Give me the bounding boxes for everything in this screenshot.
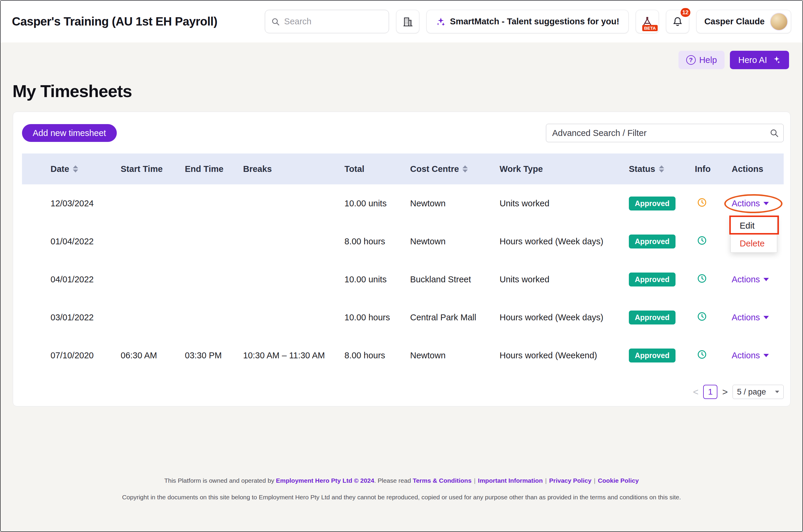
sort-icon[interactable] <box>659 165 664 172</box>
sparkle-icon <box>436 17 445 26</box>
table-row: 01/04/2022 8.00 hours Newtown Hours work… <box>22 222 784 260</box>
add-new-timesheet-button[interactable]: Add new timesheet <box>22 124 117 142</box>
footer-text: . Please read <box>374 477 413 484</box>
beta-features-button[interactable]: BETA <box>636 10 659 33</box>
search-input[interactable] <box>284 17 383 26</box>
row-actions-dropdown[interactable]: Actions <box>732 312 769 322</box>
column-header-info: Info <box>695 164 732 174</box>
cell-cost-centre: Newtown <box>410 236 499 246</box>
clock-info-icon[interactable] <box>697 235 707 246</box>
column-header-cost-centre[interactable]: Cost Centre <box>410 164 499 174</box>
column-header-status[interactable]: Status <box>629 164 695 174</box>
cell-work-type: Hours worked (Week days) <box>499 236 629 246</box>
footer-separator: | <box>594 477 595 484</box>
column-header-breaks: Breaks <box>243 164 344 174</box>
cell-breaks: 10:30 AM – 11:30 AM <box>243 350 344 360</box>
cell-cost-centre: Newtown <box>410 198 499 208</box>
page-footer: This Platform is owned and operated by E… <box>1 477 802 501</box>
chevron-down-icon <box>764 354 769 357</box>
advanced-search-input[interactable] <box>546 124 784 142</box>
actions-label: Actions <box>732 312 760 322</box>
timesheets-card: Add new timesheet Date Start Time End Ti… <box>13 112 790 406</box>
advanced-search-filter[interactable] <box>546 124 784 142</box>
user-name: Casper Claude <box>704 17 765 26</box>
cell-date: 04/01/2022 <box>51 274 121 284</box>
clock-info-icon[interactable] <box>697 197 707 208</box>
building-icon <box>402 16 414 27</box>
cell-cost-centre: Buckland Street <box>410 274 499 284</box>
company-switcher-button[interactable] <box>396 10 419 33</box>
column-label: Cost Centre <box>410 164 459 174</box>
menu-item-edit[interactable]: Edit <box>731 217 777 234</box>
cell-cost-centre: Central Park Mall <box>410 312 499 322</box>
footer-link-important-information[interactable]: Important Information <box>478 477 543 484</box>
help-button[interactable]: ? Help <box>678 51 725 69</box>
row-actions-dropdown[interactable]: Actions <box>732 198 769 208</box>
column-header-date[interactable]: Date <box>51 164 121 174</box>
actions-label: Actions <box>732 350 760 360</box>
clock-info-icon[interactable] <box>697 273 707 284</box>
actions-dropdown-menu: Edit Delete <box>730 216 777 253</box>
sort-icon[interactable] <box>73 165 78 172</box>
smartmatch-label: SmartMatch - Talent suggestions for you! <box>450 17 619 26</box>
cell-date: 01/04/2022 <box>51 236 121 246</box>
cell-cost-centre: Newtown <box>410 350 499 360</box>
edit-label: Edit <box>740 221 754 231</box>
global-search[interactable] <box>265 10 389 33</box>
user-menu[interactable]: Casper Claude <box>696 10 791 33</box>
row-actions-dropdown[interactable]: Actions <box>732 274 769 284</box>
footer-separator: | <box>474 477 475 484</box>
footer-link-cookie-policy[interactable]: Cookie Policy <box>598 477 639 484</box>
table-row: 12/03/2024 10.00 units Newtown Units wor… <box>22 184 784 222</box>
clock-info-icon[interactable] <box>697 311 707 322</box>
footer-text: This Platform is owned and operated by <box>164 477 276 484</box>
status-badge: Approved <box>629 234 676 248</box>
chevron-down-icon <box>764 316 769 319</box>
card-toolbar: Add new timesheet <box>13 112 790 142</box>
column-label: Start Time <box>121 164 163 174</box>
page-number-button[interactable]: 1 <box>703 385 717 399</box>
table-row: 04/01/2022 10.00 units Buckland Street U… <box>22 260 784 298</box>
column-header-end-time: End Time <box>185 164 243 174</box>
footer-link-company[interactable]: Employment Hero Pty Ltd © 2024 <box>276 477 375 484</box>
footer-link-terms[interactable]: Terms & Conditions <box>413 477 472 484</box>
chevron-down-icon <box>775 391 779 393</box>
cell-total: 8.00 hours <box>344 350 410 360</box>
cell-work-type: Hours worked (Weekend) <box>499 350 629 360</box>
menu-item-delete[interactable]: Delete <box>731 234 777 252</box>
column-header-actions: Actions <box>732 164 784 174</box>
page-size-value: 5 / page <box>737 387 766 397</box>
cell-total: 10.00 units <box>344 274 410 284</box>
previous-page-button[interactable]: < <box>693 386 699 398</box>
delete-label: Delete <box>740 239 765 248</box>
sort-icon[interactable] <box>462 165 468 172</box>
chevron-down-icon <box>764 202 769 205</box>
footer-link-privacy-policy[interactable]: Privacy Policy <box>549 477 591 484</box>
status-badge: Approved <box>629 272 676 286</box>
notification-count-badge: 12 <box>680 7 691 18</box>
search-icon <box>271 17 280 26</box>
next-page-button[interactable]: > <box>722 386 728 398</box>
status-badge: Approved <box>629 196 676 210</box>
row-actions-dropdown[interactable]: Actions <box>732 350 769 360</box>
status-badge: Approved <box>629 348 676 362</box>
page-size-select[interactable]: 5 / page <box>733 385 784 399</box>
hero-ai-button[interactable]: Hero AI <box>730 51 789 69</box>
cell-date: 07/10/2020 <box>51 350 121 360</box>
column-label: End Time <box>185 164 223 174</box>
smartmatch-banner-button[interactable]: SmartMatch - Talent suggestions for you! <box>426 10 628 33</box>
cell-work-type: Units worked <box>499 274 629 284</box>
search-icon <box>769 128 779 138</box>
footer-copyright-line: Copyright in the documents on this site … <box>1 494 802 501</box>
notifications-button[interactable]: 12 <box>666 10 689 33</box>
clock-info-icon[interactable] <box>697 349 707 360</box>
footer-legal-line: This Platform is owned and operated by E… <box>1 477 802 484</box>
chevron-down-icon <box>764 278 769 281</box>
column-header-work-type: Work Type <box>499 164 629 174</box>
pagination: < 1 > 5 / page <box>13 385 784 399</box>
cell-total: 8.00 hours <box>344 236 410 246</box>
cell-total: 10.00 hours <box>344 312 410 322</box>
column-label: Total <box>344 164 364 174</box>
app-window: Casper's Training (AU 1st EH Payroll) Sm… <box>0 0 803 532</box>
column-header-start-time: Start Time <box>121 164 185 174</box>
